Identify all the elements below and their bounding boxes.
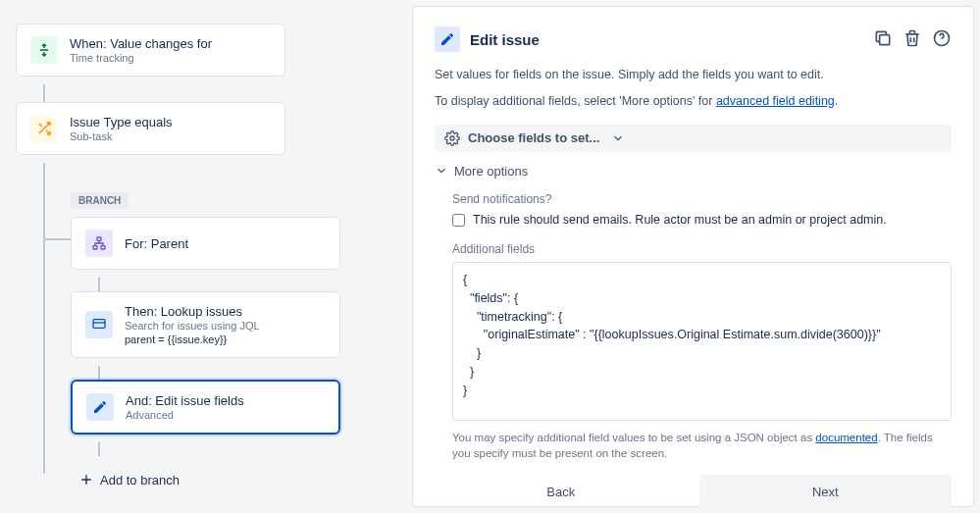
edit-issue-title: And: Edit issue fields xyxy=(126,393,244,408)
trigger-subtitle: Time tracking xyxy=(70,52,212,64)
svg-rect-3 xyxy=(93,320,105,329)
panel-title: Edit issue xyxy=(470,31,873,48)
additional-fields-textarea[interactable] xyxy=(452,262,952,421)
more-options-toggle[interactable]: More options xyxy=(435,164,952,179)
send-notifications-label: Send notifications? xyxy=(452,192,952,206)
choose-fields-label: Choose fields to set... xyxy=(468,130,599,145)
lookup-query: parent = {{issue.key}} xyxy=(125,333,260,345)
more-options-label: More options xyxy=(454,164,528,179)
next-button[interactable]: Next xyxy=(699,475,953,508)
svg-point-6 xyxy=(450,136,454,140)
for-parent-title: For: Parent xyxy=(125,236,188,251)
condition-subtitle: Sub-task xyxy=(70,130,173,142)
lookup-node[interactable]: Then: Lookup issues Search for issues us… xyxy=(71,291,340,358)
trigger-title: When: Value changes for xyxy=(70,36,212,51)
send-notifications-text: This rule should send emails. Rule actor… xyxy=(473,212,887,230)
additional-fields-label: Additional fields xyxy=(452,242,952,256)
panel-desc2: To display additional fields, select 'Mo… xyxy=(435,92,952,111)
copy-icon[interactable] xyxy=(873,28,893,51)
chevron-down-icon xyxy=(611,131,625,145)
branch-tag: BRANCH xyxy=(71,192,129,209)
choose-fields-button[interactable]: Choose fields to set... xyxy=(435,125,952,152)
condition-node[interactable]: Issue Type equals Sub-task xyxy=(16,102,285,155)
add-to-branch-label: Add to branch xyxy=(100,473,180,487)
chevron-down-icon xyxy=(435,164,448,178)
trigger-node[interactable]: When: Value changes for Time tracking xyxy=(16,24,285,77)
svg-rect-2 xyxy=(101,246,105,249)
hierarchy-icon xyxy=(85,230,113,257)
edit-issue-node[interactable]: And: Edit issue fields Advanced xyxy=(71,380,340,435)
send-notifications-checkbox[interactable] xyxy=(452,214,465,227)
edit-issue-panel: Edit issue Set values for fields on the … xyxy=(412,6,974,507)
monitor-icon xyxy=(85,311,113,338)
advanced-editing-link[interactable]: advanced field editing xyxy=(716,94,835,108)
svg-rect-4 xyxy=(880,34,890,44)
lookup-title: Then: Lookup issues xyxy=(125,304,260,319)
back-button[interactable]: Back xyxy=(435,475,688,508)
trash-icon[interactable] xyxy=(903,28,922,51)
panel-desc1: Set values for fields on the issue. Simp… xyxy=(435,66,952,84)
bolt-icon xyxy=(30,36,58,64)
pencil-icon xyxy=(86,393,114,421)
lookup-subtitle: Search for issues using JQL xyxy=(125,320,260,332)
shuffle-icon xyxy=(30,115,58,142)
svg-rect-1 xyxy=(93,246,97,249)
svg-rect-0 xyxy=(97,237,101,240)
add-to-branch-button[interactable]: Add to branch xyxy=(71,466,340,493)
help-icon[interactable] xyxy=(932,28,952,51)
condition-title: Issue Type equals xyxy=(70,115,173,129)
edit-issue-subtitle: Advanced xyxy=(126,409,244,421)
for-parent-node[interactable]: For: Parent xyxy=(71,217,340,270)
additional-fields-help: You may specify additional field values … xyxy=(452,430,952,461)
pencil-icon xyxy=(435,26,460,52)
documented-link[interactable]: documented xyxy=(815,432,877,443)
